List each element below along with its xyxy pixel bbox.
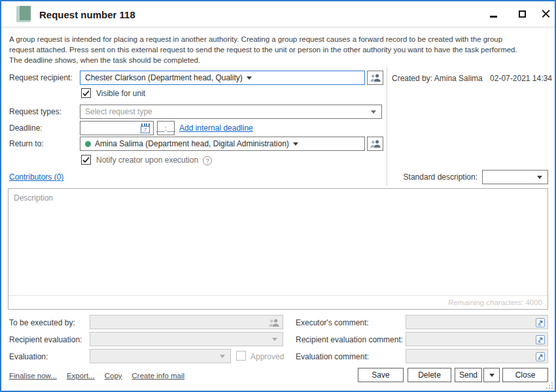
- remaining-characters: Remaining characters: 4000: [9, 295, 547, 309]
- intro-line-2: request attached. Press sent on this ext…: [9, 44, 517, 55]
- visible-for-unit-label: Visible for unit: [96, 89, 145, 98]
- close-icon: [542, 10, 550, 18]
- form-divider: [387, 67, 387, 186]
- created-by-label: Created by:: [392, 74, 432, 83]
- executors-comment-label: Executor's comment:: [296, 318, 369, 327]
- expand-icon[interactable]: [536, 318, 545, 327]
- chevron-down-icon: [272, 338, 277, 341]
- return-to-value: Amina Salima (Department head, Digital A…: [95, 139, 289, 148]
- notify-creator-label: Notify creator upon execution?: [96, 155, 212, 165]
- people-icon: [370, 74, 381, 82]
- request-recipient-label: Request recipient:: [9, 73, 73, 82]
- save-button[interactable]: Save: [358, 368, 404, 382]
- request-book-icon: [16, 6, 31, 22]
- request-types-placeholder: Select request type: [85, 107, 152, 116]
- people-icon: [370, 140, 381, 148]
- chevron-down-icon[interactable]: [537, 176, 542, 179]
- standard-description-dropdown[interactable]: [482, 170, 548, 184]
- chevron-down-icon[interactable]: [371, 110, 376, 114]
- standard-description-label: Standard description:: [399, 172, 478, 182]
- recipient-evaluation-label: Recipient evaluation:: [9, 335, 82, 344]
- send-dropdown-button[interactable]: [483, 368, 500, 382]
- recipient-evaluation-comment-input: [406, 332, 548, 346]
- close-dialog-button[interactable]: Close: [502, 368, 548, 382]
- copy-link[interactable]: Copy: [105, 372, 122, 380]
- created-by: Created by: Amina Salima 02-07-2021 14:3…: [392, 74, 552, 83]
- evaluation-dropdown: [90, 349, 231, 363]
- notify-creator-text: Notify creator upon execution: [96, 155, 198, 165]
- expand-icon[interactable]: [536, 352, 545, 361]
- request-dialog-window: Request number 118 A group request is in…: [0, 0, 556, 392]
- request-recipient-input[interactable]: Chester Clarkson (Department head, Quali…: [80, 71, 365, 85]
- add-internal-deadline-link[interactable]: Add internal deadline: [179, 123, 253, 133]
- chevron-down-icon: [220, 355, 225, 358]
- create-info-mail-link[interactable]: Create info mail: [132, 372, 185, 380]
- executors-comment-input: [406, 315, 548, 329]
- calendar-day: 7: [141, 126, 150, 133]
- footer-links: Finalise now... Export... Copy Create in…: [9, 372, 184, 380]
- window-title: Request number 118: [39, 9, 135, 20]
- created-by-name: Amina Salima: [434, 74, 483, 83]
- notify-creator-checkbox[interactable]: [81, 155, 91, 165]
- recipient-address-book-button[interactable]: [367, 71, 383, 85]
- evaluation-comment-label: Evaluation comment:: [296, 352, 369, 361]
- approved-label: Approved: [251, 352, 284, 361]
- created-by-timestamp: 02-07-2021 14:34: [490, 74, 552, 83]
- deadline-date-input[interactable]: 7: [80, 121, 154, 135]
- deadline-time-placeholder: __:__: [156, 124, 175, 132]
- checkmark-icon: [82, 90, 90, 97]
- chevron-down-icon[interactable]: [293, 142, 298, 146]
- approved-checkbox: [236, 351, 246, 361]
- recipient-evaluation-dropdown: [90, 332, 283, 346]
- intro-text: A group request is intended for placing …: [9, 34, 517, 65]
- description-placeholder: Description: [14, 193, 53, 203]
- visible-for-unit-checkbox[interactable]: [81, 88, 91, 98]
- deadline-label: Deadline:: [9, 123, 43, 133]
- maximize-icon: [519, 10, 526, 18]
- checkmark-icon: [82, 157, 90, 163]
- intro-line-1: A group request is intended for placing …: [9, 34, 517, 44]
- minimize-button[interactable]: [484, 5, 502, 22]
- send-button[interactable]: Send: [455, 368, 482, 382]
- people-icon: [269, 319, 279, 329]
- chevron-down-icon[interactable]: [247, 76, 252, 80]
- return-to-address-book-button[interactable]: [367, 137, 383, 151]
- help-icon[interactable]: ?: [203, 156, 212, 165]
- intro-line-3: The deadline shows, when the task should…: [9, 55, 517, 65]
- description-textarea[interactable]: Description Remaining characters: 4000: [8, 188, 548, 310]
- titlebar-separator: [1, 27, 555, 27]
- minimize-icon: [490, 16, 497, 18]
- presence-online-icon: [85, 141, 91, 147]
- contributors-link[interactable]: Contributors (0): [9, 172, 63, 182]
- evaluation-label: Evaluation:: [9, 352, 48, 361]
- delete-button[interactable]: Delete: [408, 368, 451, 382]
- maximize-button[interactable]: [513, 5, 531, 22]
- to-be-executed-by-label: To be executed by:: [9, 318, 75, 327]
- recipient-evaluation-comment-label: Recipient evaluation comment:: [296, 335, 403, 344]
- request-types-label: Request types:: [9, 107, 61, 116]
- close-button[interactable]: [536, 5, 555, 22]
- return-to-input[interactable]: Amina Salima (Department head, Digital A…: [80, 137, 365, 151]
- to-be-executed-by-input: [90, 315, 283, 329]
- calendar-icon[interactable]: 7: [141, 123, 150, 133]
- export-link[interactable]: Export...: [67, 372, 95, 380]
- return-to-label: Return to:: [9, 139, 44, 148]
- deadline-time-input[interactable]: __:__: [157, 121, 175, 135]
- request-recipient-value: Chester Clarkson (Department head, Quali…: [85, 73, 243, 82]
- request-types-combobox[interactable]: Select request type: [80, 105, 382, 119]
- evaluation-comment-input: [406, 349, 548, 363]
- expand-icon[interactable]: [536, 335, 545, 344]
- resize-grip[interactable]: [546, 382, 553, 389]
- finalise-now-link[interactable]: Finalise now...: [9, 372, 57, 380]
- chevron-down-icon: [489, 374, 495, 377]
